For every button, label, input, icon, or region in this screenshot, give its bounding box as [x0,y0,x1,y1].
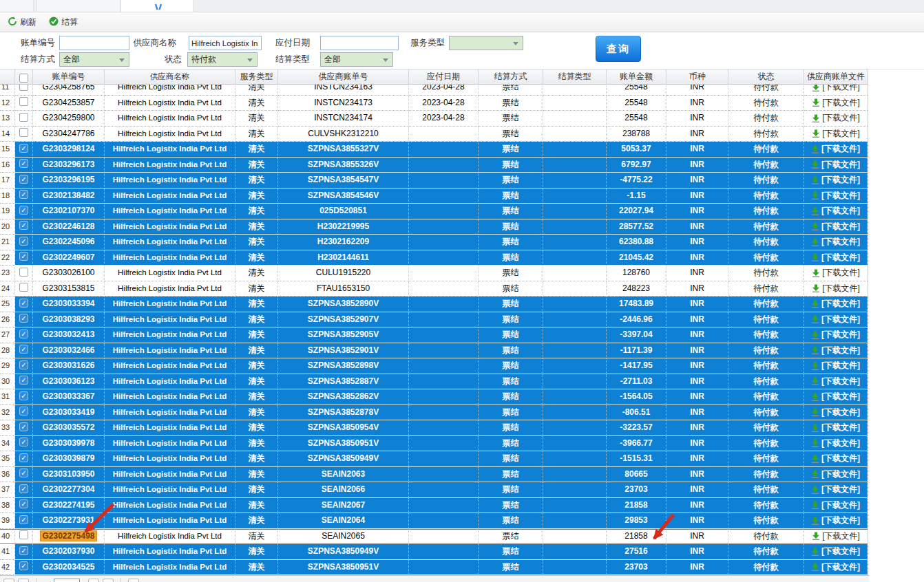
download-file-link[interactable]: [下载文件] [811,482,860,497]
download-file-link[interactable]: [下载文件] [811,343,860,358]
download-file-link[interactable]: [下载文件] [812,281,860,296]
header-supplier-name[interactable]: 供应商名称 [105,69,235,84]
refresh-button[interactable]: 刷新 [4,15,40,30]
table-row[interactable]: 14G2304247786Hilfreich Logistix India Pv… [0,127,869,142]
header-settle-type[interactable]: 结算类型 [543,69,607,84]
query-button[interactable]: 查询 [596,36,641,62]
table-row[interactable]: 15✓G2303298124Hilfreich Logistix India P… [0,142,869,158]
table-row[interactable]: 11G2304258765Hilfreich Logistix India Pv… [0,85,869,96]
download-file-link[interactable]: [下载文件] [811,467,860,482]
row-checkbox[interactable] [15,111,33,127]
row-checkbox[interactable]: ✓ [15,327,33,343]
header-supplier-bill-no[interactable]: 供应商账单号 [278,69,409,84]
row-checkbox[interactable]: ✓ [15,374,33,390]
row-checkbox[interactable]: ✓ [15,451,33,467]
header-select-all-checkbox[interactable] [15,69,33,84]
table-row[interactable]: 13G2304259800Hilfreich Logistix India Pv… [0,111,869,127]
download-file-link[interactable]: [下载文件] [811,235,860,249]
download-file-link[interactable]: [下载文件] [811,436,860,451]
download-file-link[interactable]: [下载文件] [811,142,860,156]
row-checkbox[interactable]: ✓ [15,235,33,250]
row-checkbox[interactable]: ✓ [15,173,33,188]
header-service-type[interactable]: 服务类型 [235,69,278,84]
row-checkbox[interactable]: ✓ [15,188,33,204]
supplier-name-input[interactable] [189,36,262,50]
row-checkbox[interactable] [15,281,33,297]
pager-page-input[interactable] [54,579,80,582]
download-file-link[interactable]: [下载文件] [811,389,860,404]
row-checkbox[interactable]: ✓ [15,482,33,498]
table-row[interactable]: 30✓G2303036123Hilfreich Logistix India P… [0,374,869,390]
download-file-link[interactable]: [下载文件] [811,297,860,311]
download-file-link[interactable]: [下载文件] [811,204,860,218]
download-file-link[interactable]: [下载文件] [811,544,860,559]
table-row[interactable]: 41✓G2302037930Hilfreich Logistix India P… [0,544,869,560]
table-row[interactable]: 21✓G2302245096Hilfreich Logistix India P… [0,235,869,250]
table-row[interactable]: 18✓G2302138482Hilfreich Logistix India P… [0,188,869,204]
row-checkbox[interactable]: ✓ [15,158,33,173]
download-file-link[interactable]: [下载文件] [811,158,860,172]
row-checkbox[interactable]: ✓ [15,219,33,235]
download-file-link[interactable]: [下载文件] [812,266,860,280]
table-row[interactable]: 39✓G2302273931Hilfreich Logistix India P… [0,513,869,529]
header-amount[interactable]: 账单金额 [607,69,666,84]
download-file-link[interactable]: [下载文件] [811,560,860,574]
tab-1[interactable] [0,0,34,12]
table-row[interactable]: 12G2304253857Hilfreich Logistix India Pv… [0,96,869,111]
table-row[interactable]: 42✓G2302034525Hilfreich Logistix India P… [0,560,869,576]
pager-refresh-button[interactable] [128,579,139,582]
tab-active[interactable] [120,0,193,12]
download-file-link[interactable]: [下载文件] [812,85,860,94]
row-checkbox[interactable]: ✓ [15,544,33,560]
table-row[interactable]: 17✓G2303296195Hilfreich Logistix India P… [0,173,869,188]
row-checkbox[interactable]: ✓ [15,467,33,483]
table-row[interactable]: 31✓G2303033367Hilfreich Logistix India P… [0,389,869,405]
row-checkbox[interactable]: ✓ [15,436,33,452]
table-row[interactable]: 24G2303153815Hilfreich Logistix India Pv… [0,281,869,297]
row-checkbox[interactable]: ✓ [15,204,33,219]
table-row[interactable]: 20✓G2302246128Hilfreich Logistix India P… [0,219,869,235]
download-file-link[interactable]: [下载文件] [811,358,860,373]
table-row[interactable]: 22✓G2302249607Hilfreich Logistix India P… [0,250,869,266]
download-file-link[interactable]: [下载文件] [811,188,860,203]
table-row[interactable]: 32✓G2303033419Hilfreich Logistix India P… [0,405,869,421]
table-row[interactable]: 40G2302275498Hilfreich Logistix India Pv… [0,529,869,545]
header-status[interactable]: 状态 [728,69,804,84]
row-checkbox[interactable]: ✓ [15,420,33,436]
download-file-link[interactable]: [下载文件] [812,530,860,543]
settle-type-select[interactable]: 全部 [320,52,393,67]
header-due-date[interactable]: 应付日期 [409,69,479,84]
download-file-link[interactable]: [下载文件] [811,405,860,420]
table-row[interactable]: 23G2303026100Hilfreich Logistix India Pv… [0,266,869,281]
tab-2[interactable] [36,0,120,12]
row-checkbox[interactable]: ✓ [15,560,33,576]
pager-prev-button[interactable] [18,579,29,582]
settle-button[interactable]: 结算 [45,15,81,30]
row-checkbox[interactable]: ✓ [15,312,33,328]
table-row[interactable]: 26✓G2303038293Hilfreich Logistix India P… [0,312,869,328]
download-file-link[interactable]: [下载文件] [811,327,860,342]
table-row[interactable]: 28✓G2303032466Hilfreich Logistix India P… [0,343,869,359]
download-file-link[interactable]: [下载文件] [811,420,860,435]
table-row[interactable]: 27✓G2303032413Hilfreich Logistix India P… [0,327,869,343]
download-file-link[interactable]: [下载文件] [812,96,860,110]
pager-next-button[interactable] [88,579,99,582]
download-file-link[interactable]: [下载文件] [811,219,860,234]
download-file-link[interactable]: [下载文件] [812,127,860,141]
row-checkbox[interactable] [15,529,33,545]
table-row[interactable]: 25✓G2303033394Hilfreich Logistix India P… [0,297,869,312]
row-checkbox[interactable]: ✓ [15,513,33,529]
table-row[interactable]: 16✓G2303296173Hilfreich Logistix India P… [0,158,869,173]
download-file-link[interactable]: [下载文件] [811,250,860,265]
table-row[interactable]: 36✓G2303103950Hilfreich Logistix India P… [0,467,869,483]
header-settle-method[interactable]: 结算方式 [479,69,543,84]
header-bill-no[interactable]: 账单编号 [33,69,105,84]
row-checkbox[interactable]: ✓ [15,389,33,405]
row-checkbox[interactable]: ✓ [15,498,33,514]
table-row[interactable]: 29✓G2303031626Hilfreich Logistix India P… [0,358,869,374]
row-checkbox[interactable] [15,266,33,281]
row-checkbox[interactable] [15,96,33,111]
header-currency[interactable]: 币种 [666,69,728,84]
row-checkbox[interactable]: ✓ [15,405,33,421]
download-file-link[interactable]: [下载文件] [811,498,860,513]
